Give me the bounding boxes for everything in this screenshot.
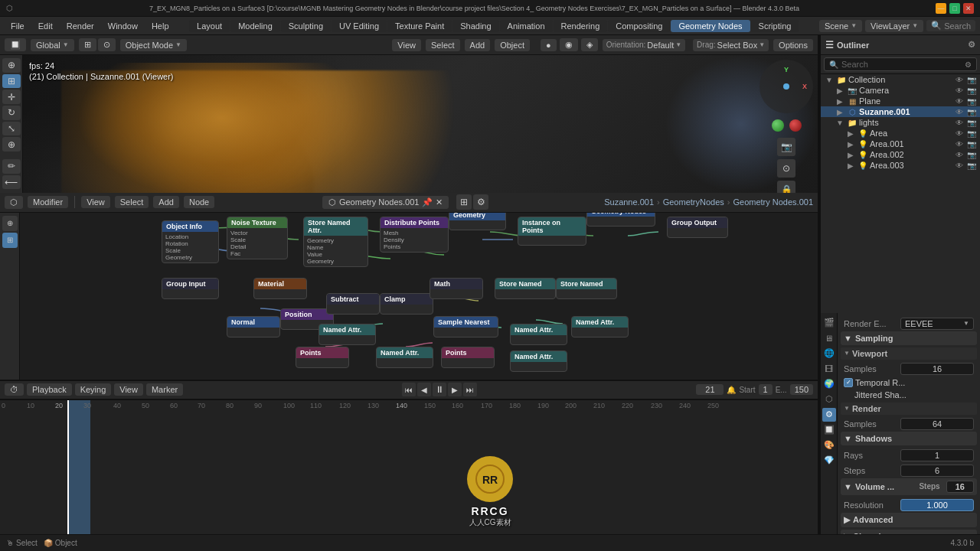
- plane-view-icon[interactable]: 👁: [954, 97, 965, 106]
- rotate-tool[interactable]: ↻: [2, 106, 21, 120]
- plane-render-icon[interactable]: 📷: [966, 97, 977, 106]
- steps-value[interactable]: 6: [900, 465, 974, 477]
- tab-scripting[interactable]: Scripting: [751, 20, 799, 32]
- prop-tab-object[interactable]: ⬡: [822, 393, 836, 406]
- tab-modeling[interactable]: Modeling: [230, 20, 280, 32]
- prop-tab-render[interactable]: 🎬: [822, 316, 836, 330]
- node-add-menu[interactable]: Add: [153, 196, 179, 208]
- node-n10[interactable]: Material: [253, 278, 307, 299]
- add-menu[interactable]: Add: [465, 39, 491, 51]
- view-menu[interactable]: View: [392, 39, 421, 51]
- maximize-button[interactable]: □: [949, 3, 960, 14]
- breadcrumb-gn-001[interactable]: Geometry Nodes.001: [733, 197, 813, 207]
- node-node-menu[interactable]: Node: [184, 196, 214, 208]
- area001-render-icon[interactable]: 📷: [966, 140, 977, 148]
- node-n19[interactable]: Named Attr.: [376, 347, 433, 368]
- camera-view[interactable]: 📷: [777, 138, 795, 156]
- prop-tab-particles[interactable]: 💎: [822, 454, 836, 468]
- options-button[interactable]: Options: [773, 39, 813, 51]
- node-n23[interactable]: Named Attr.: [510, 324, 567, 345]
- scale-tool[interactable]: ⤡: [2, 122, 21, 136]
- prop-tab-world[interactable]: 🌍: [822, 377, 836, 391]
- breadcrumb-suzanne[interactable]: Suzanne.001: [604, 197, 654, 207]
- perspective-toggle[interactable]: ⊙: [777, 159, 795, 178]
- prop-tab-output[interactable]: 🖥: [822, 331, 836, 345]
- viewlayer-selector[interactable]: ViewLayer ▼: [865, 20, 923, 32]
- area-view-icon[interactable]: 👁: [954, 129, 965, 138]
- node-select-menu[interactable]: Select: [115, 196, 149, 208]
- node-n4[interactable]: Distribute PointsMeshDensityPoints: [380, 217, 449, 253]
- select-tool[interactable]: ⊞: [2, 74, 21, 89]
- node-view-menu[interactable]: View: [81, 196, 110, 208]
- tab-animation[interactable]: Animation: [500, 20, 553, 32]
- menu-window[interactable]: Window: [102, 20, 144, 32]
- outliner-item-collection[interactable]: ▼ 📁 Collection 👁 📷: [821, 74, 980, 85]
- play-button[interactable]: ⏸: [433, 383, 446, 396]
- node-n9[interactable]: Group Input: [162, 278, 219, 299]
- node-n18[interactable]: Points: [441, 347, 495, 368]
- measure-tool[interactable]: ⟵: [2, 175, 21, 190]
- rays-value[interactable]: 1: [900, 449, 974, 461]
- cam-view-icon[interactable]: 👁: [954, 86, 965, 95]
- prop-tab-material[interactable]: 🎨: [822, 439, 836, 452]
- node-modifier-btn[interactable]: Modifier: [28, 196, 68, 208]
- volume-section-header[interactable]: ▼ Volume ... Steps 16: [841, 478, 977, 495]
- prop-tab-scene[interactable]: 🎞: [822, 362, 836, 376]
- outliner-item-area[interactable]: ▶ 💡 Area 👁 📷: [821, 128, 980, 139]
- area002-view-icon[interactable]: 👁: [954, 151, 965, 159]
- node-n13[interactable]: Subtract: [326, 293, 380, 315]
- resolution-value[interactable]: 1.000: [900, 499, 974, 511]
- object-menu[interactable]: Object: [495, 39, 530, 51]
- suzanne-render-icon[interactable]: 📷: [966, 108, 977, 116]
- outliner-item-area002[interactable]: ▶ 💡 Area.002 👁 📷: [821, 149, 980, 160]
- marker-menu[interactable]: Marker: [146, 383, 183, 396]
- node-n11[interactable]: Normal: [227, 316, 280, 337]
- area003-render-icon[interactable]: 📷: [966, 161, 977, 170]
- node-n24[interactable]: Named Attr.: [571, 316, 629, 337]
- shadows-section-header[interactable]: ▼ Shadows: [841, 432, 977, 445]
- tab-layout[interactable]: Layout: [189, 20, 230, 32]
- outliner-item-lights[interactable]: ▼ 📁 lights 👁 📷: [821, 117, 980, 128]
- menu-render[interactable]: Render: [60, 20, 100, 32]
- menu-edit[interactable]: Edit: [32, 20, 59, 32]
- menu-help[interactable]: Help: [145, 20, 175, 32]
- cursor-tool[interactable]: ⊕: [2, 58, 21, 73]
- next-frame-button[interactable]: ▶: [448, 383, 462, 396]
- editor-type-button[interactable]: 🔲: [5, 38, 26, 51]
- seek-end-button[interactable]: ⏭: [463, 383, 477, 396]
- outliner-item-area003[interactable]: ▶ 💡 Area.003 👁 📷: [821, 160, 980, 171]
- node-n8[interactable]: Group Output: [667, 217, 728, 238]
- suzanne-view-icon[interactable]: 👁: [954, 108, 965, 116]
- node-n21[interactable]: Store Named: [495, 278, 556, 299]
- mode-button[interactable]: Object Mode ▼: [120, 39, 187, 51]
- render-icon[interactable]: 📷: [966, 76, 977, 84]
- prop-tab-modifier[interactable]: ⚙: [822, 408, 836, 422]
- viewport-samples-value[interactable]: 16: [900, 363, 974, 375]
- seek-start-button[interactable]: ⏮: [402, 383, 416, 396]
- keying-menu[interactable]: Keying: [75, 383, 112, 396]
- render-subsection[interactable]: ▼ Render: [841, 403, 977, 415]
- outliner-search-wrapper[interactable]: 🔍 Search ⚙: [824, 57, 977, 71]
- lights-render-icon[interactable]: 📷: [966, 119, 977, 127]
- minimize-button[interactable]: —: [936, 3, 946, 14]
- node-n1[interactable]: Object InfoLocationRotationScaleGeometry: [162, 220, 219, 263]
- node-n14[interactable]: Named Attr.: [318, 324, 376, 345]
- node-n6[interactable]: Instance on Points: [518, 217, 586, 246]
- scene-selector[interactable]: Scene ▼: [819, 20, 862, 32]
- render-samples-value[interactable]: 64: [900, 418, 974, 430]
- sampling-section-header[interactable]: ▼ Sampling: [841, 331, 977, 345]
- area001-view-icon[interactable]: 👁: [954, 140, 965, 148]
- tab-texture[interactable]: Texture Paint: [387, 20, 452, 32]
- viewport-gizmo[interactable]: X Y: [760, 60, 813, 113]
- temporal-r-checkbox[interactable]: [844, 378, 853, 387]
- node-n17[interactable]: Sample Nearest: [433, 316, 498, 337]
- viewport-subsection[interactable]: ▼ Viewport: [841, 347, 977, 360]
- menu-file[interactable]: File: [5, 20, 31, 32]
- playback-menu[interactable]: Playback: [27, 383, 72, 396]
- node-n20[interactable]: Points: [296, 347, 349, 368]
- tab-sculpting[interactable]: Sculpting: [281, 20, 331, 32]
- 3d-viewport[interactable]: ⊕ ⊞ ✛ ↻ ⤡ ⊕ ✏ ⟵ fps: 24 (21) Collection …: [0, 55, 818, 193]
- area002-render-icon[interactable]: 📷: [966, 151, 977, 159]
- tab-shading[interactable]: Shading: [452, 20, 498, 32]
- outliner-item-suzanne[interactable]: ▶ ⬡ Suzanne.001 👁 📷: [821, 106, 980, 117]
